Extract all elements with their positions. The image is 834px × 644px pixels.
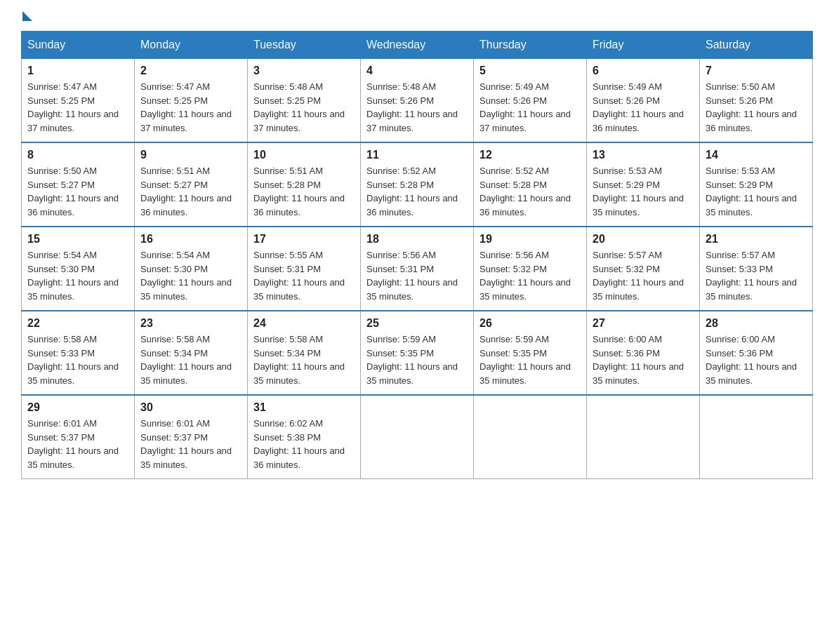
day-info: Sunrise: 5:49 AMSunset: 5:26 PMDaylight:… — [593, 80, 694, 135]
day-info: Sunrise: 5:55 AMSunset: 5:31 PMDaylight:… — [253, 248, 355, 303]
day-number: 25 — [366, 317, 468, 330]
calendar-cell: 8Sunrise: 5:50 AMSunset: 5:27 PMDaylight… — [22, 142, 135, 227]
day-info: Sunrise: 5:56 AMSunset: 5:31 PMDaylight:… — [366, 248, 468, 303]
page-header — [21, 14, 813, 17]
logo-arrow-icon — [22, 11, 32, 21]
calendar-cell: 12Sunrise: 5:52 AMSunset: 5:28 PMDayligh… — [474, 142, 587, 227]
calendar-cell: 24Sunrise: 5:58 AMSunset: 5:34 PMDayligh… — [248, 311, 361, 395]
calendar-header-row: SundayMondayTuesdayWednesdayThursdayFrid… — [22, 32, 813, 59]
calendar-cell: 30Sunrise: 6:01 AMSunset: 5:37 PMDayligh… — [135, 395, 248, 479]
day-info: Sunrise: 5:52 AMSunset: 5:28 PMDaylight:… — [479, 164, 581, 219]
day-info: Sunrise: 5:57 AMSunset: 5:32 PMDaylight:… — [593, 248, 694, 303]
day-info: Sunrise: 5:52 AMSunset: 5:28 PMDaylight:… — [366, 164, 468, 219]
calendar-body: 1Sunrise: 5:47 AMSunset: 5:25 PMDaylight… — [22, 59, 813, 479]
calendar-cell: 22Sunrise: 5:58 AMSunset: 5:33 PMDayligh… — [22, 311, 135, 395]
day-info: Sunrise: 5:47 AMSunset: 5:25 PMDaylight:… — [27, 80, 128, 135]
day-info: Sunrise: 5:48 AMSunset: 5:26 PMDaylight:… — [366, 80, 468, 135]
day-info: Sunrise: 6:01 AMSunset: 5:37 PMDaylight:… — [27, 417, 128, 471]
calendar-cell: 19Sunrise: 5:56 AMSunset: 5:32 PMDayligh… — [474, 227, 587, 311]
day-info: Sunrise: 5:59 AMSunset: 5:35 PMDaylight:… — [366, 333, 468, 387]
calendar-cell: 1Sunrise: 5:47 AMSunset: 5:25 PMDaylight… — [22, 59, 135, 143]
header-tuesday: Tuesday — [248, 32, 361, 59]
day-info: Sunrise: 5:51 AMSunset: 5:27 PMDaylight:… — [140, 164, 241, 219]
calendar-cell: 3Sunrise: 5:48 AMSunset: 5:25 PMDaylight… — [248, 59, 361, 143]
calendar-cell — [700, 395, 813, 479]
day-info: Sunrise: 6:01 AMSunset: 5:37 PMDaylight:… — [140, 417, 241, 471]
day-number: 12 — [479, 149, 581, 161]
day-number: 3 — [253, 65, 355, 77]
day-number: 5 — [479, 65, 581, 77]
day-number: 30 — [140, 401, 241, 414]
header-monday: Monday — [135, 32, 248, 59]
calendar-cell: 28Sunrise: 6:00 AMSunset: 5:36 PMDayligh… — [700, 311, 813, 395]
calendar-cell: 29Sunrise: 6:01 AMSunset: 5:37 PMDayligh… — [22, 395, 135, 479]
day-number: 9 — [140, 149, 241, 161]
calendar-cell: 20Sunrise: 5:57 AMSunset: 5:32 PMDayligh… — [587, 227, 700, 311]
calendar-cell: 6Sunrise: 5:49 AMSunset: 5:26 PMDaylight… — [587, 59, 700, 143]
day-number: 14 — [706, 149, 807, 161]
calendar-week-row: 8Sunrise: 5:50 AMSunset: 5:27 PMDaylight… — [22, 142, 813, 227]
day-info: Sunrise: 5:59 AMSunset: 5:35 PMDaylight:… — [479, 333, 581, 387]
day-number: 11 — [366, 149, 468, 161]
header-sunday: Sunday — [22, 32, 135, 59]
calendar-table: SundayMondayTuesdayWednesdayThursdayFrid… — [21, 31, 813, 479]
calendar-cell: 15Sunrise: 5:54 AMSunset: 5:30 PMDayligh… — [22, 227, 135, 311]
header-wednesday: Wednesday — [361, 32, 474, 59]
day-number: 27 — [593, 317, 694, 330]
day-number: 8 — [27, 149, 128, 161]
day-number: 17 — [253, 233, 355, 246]
calendar-cell: 14Sunrise: 5:53 AMSunset: 5:29 PMDayligh… — [700, 142, 813, 227]
logo — [21, 14, 32, 17]
calendar-cell: 4Sunrise: 5:48 AMSunset: 5:26 PMDaylight… — [361, 59, 474, 143]
day-number: 26 — [479, 317, 581, 330]
calendar-cell: 31Sunrise: 6:02 AMSunset: 5:38 PMDayligh… — [248, 395, 361, 479]
calendar-cell — [474, 395, 587, 479]
day-number: 22 — [27, 317, 128, 330]
calendar-cell: 5Sunrise: 5:49 AMSunset: 5:26 PMDaylight… — [474, 59, 587, 143]
day-number: 7 — [706, 65, 807, 77]
day-info: Sunrise: 5:58 AMSunset: 5:33 PMDaylight:… — [27, 333, 128, 387]
day-number: 28 — [706, 317, 807, 330]
day-number: 21 — [706, 233, 807, 246]
calendar-week-row: 22Sunrise: 5:58 AMSunset: 5:33 PMDayligh… — [22, 311, 813, 395]
day-info: Sunrise: 6:00 AMSunset: 5:36 PMDaylight:… — [593, 333, 694, 387]
calendar-week-row: 15Sunrise: 5:54 AMSunset: 5:30 PMDayligh… — [22, 227, 813, 311]
day-number: 23 — [140, 317, 241, 330]
day-info: Sunrise: 5:58 AMSunset: 5:34 PMDaylight:… — [140, 333, 241, 387]
header-saturday: Saturday — [700, 32, 813, 59]
calendar-cell: 26Sunrise: 5:59 AMSunset: 5:35 PMDayligh… — [474, 311, 587, 395]
day-number: 16 — [140, 233, 241, 246]
calendar-cell: 23Sunrise: 5:58 AMSunset: 5:34 PMDayligh… — [135, 311, 248, 395]
day-info: Sunrise: 5:58 AMSunset: 5:34 PMDaylight:… — [253, 333, 355, 387]
calendar-cell: 25Sunrise: 5:59 AMSunset: 5:35 PMDayligh… — [361, 311, 474, 395]
day-number: 15 — [27, 233, 128, 246]
calendar-cell: 18Sunrise: 5:56 AMSunset: 5:31 PMDayligh… — [361, 227, 474, 311]
day-info: Sunrise: 5:53 AMSunset: 5:29 PMDaylight:… — [593, 164, 694, 219]
calendar-cell: 13Sunrise: 5:53 AMSunset: 5:29 PMDayligh… — [587, 142, 700, 227]
calendar-week-row: 1Sunrise: 5:47 AMSunset: 5:25 PMDaylight… — [22, 59, 813, 143]
day-info: Sunrise: 5:51 AMSunset: 5:28 PMDaylight:… — [253, 164, 355, 219]
day-info: Sunrise: 6:02 AMSunset: 5:38 PMDaylight:… — [253, 417, 355, 471]
calendar-week-row: 29Sunrise: 6:01 AMSunset: 5:37 PMDayligh… — [22, 395, 813, 479]
header-friday: Friday — [587, 32, 700, 59]
calendar-cell: 7Sunrise: 5:50 AMSunset: 5:26 PMDaylight… — [700, 59, 813, 143]
day-number: 13 — [593, 149, 694, 161]
day-info: Sunrise: 5:47 AMSunset: 5:25 PMDaylight:… — [140, 80, 241, 135]
day-info: Sunrise: 5:57 AMSunset: 5:33 PMDaylight:… — [706, 248, 807, 303]
calendar-cell: 10Sunrise: 5:51 AMSunset: 5:28 PMDayligh… — [248, 142, 361, 227]
day-info: Sunrise: 5:56 AMSunset: 5:32 PMDaylight:… — [479, 248, 581, 303]
day-info: Sunrise: 6:00 AMSunset: 5:36 PMDaylight:… — [706, 333, 807, 387]
calendar-cell: 16Sunrise: 5:54 AMSunset: 5:30 PMDayligh… — [135, 227, 248, 311]
day-info: Sunrise: 5:54 AMSunset: 5:30 PMDaylight:… — [140, 248, 241, 303]
calendar-cell — [587, 395, 700, 479]
day-number: 20 — [593, 233, 694, 246]
calendar-cell: 21Sunrise: 5:57 AMSunset: 5:33 PMDayligh… — [700, 227, 813, 311]
day-number: 24 — [253, 317, 355, 330]
calendar-cell: 11Sunrise: 5:52 AMSunset: 5:28 PMDayligh… — [361, 142, 474, 227]
calendar-cell: 27Sunrise: 6:00 AMSunset: 5:36 PMDayligh… — [587, 311, 700, 395]
logo-general — [21, 14, 32, 21]
day-number: 2 — [140, 65, 241, 77]
day-number: 6 — [593, 65, 694, 77]
day-number: 19 — [479, 233, 581, 246]
day-number: 31 — [253, 401, 355, 414]
